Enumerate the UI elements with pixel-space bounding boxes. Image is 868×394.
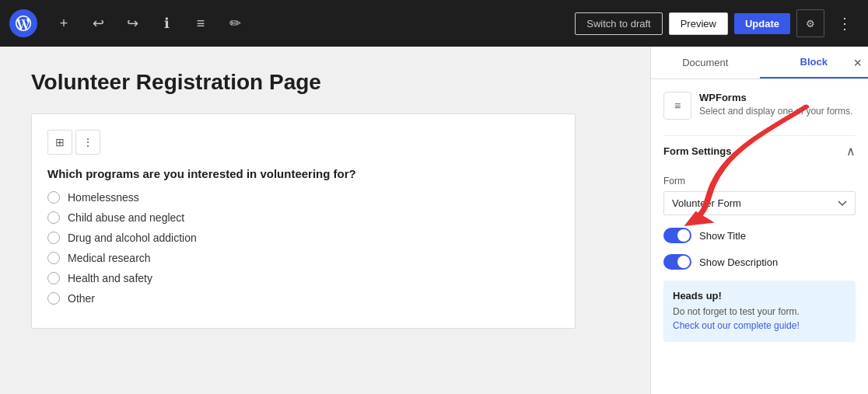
content-wrapper: Volunteer Registration Page ⊞ ⋮ Which pr…	[0, 47, 868, 394]
block-more-button[interactable]: ⋮	[75, 130, 100, 155]
show-description-label: Show Description	[699, 256, 778, 268]
settings-button[interactable]: ⚙	[796, 9, 824, 37]
form-settings-toggle[interactable]: ∧	[846, 144, 856, 159]
radio-circle	[47, 272, 60, 284]
block-name: WPForms	[699, 92, 852, 103]
form-field-label: Form	[663, 176, 856, 187]
radio-label: Homelessness	[68, 191, 139, 204]
show-title-label: Show Title	[699, 230, 746, 242]
toolbar: + ↩ ↪ ℹ ≡ ✏ Switch to draft Preview Upda…	[0, 0, 868, 47]
form-block-toolbar: ⊞ ⋮	[47, 130, 559, 155]
tools-button[interactable]: ✏	[221, 9, 249, 37]
page-title: Volunteer Registration Page	[31, 70, 619, 95]
sidebar-tabs: Document Block ×	[651, 47, 868, 79]
switch-draft-button[interactable]: Switch to draft	[575, 12, 662, 35]
radio-circle	[47, 292, 60, 305]
block-icon: ≡	[663, 92, 691, 120]
radio-circle	[47, 191, 60, 204]
radio-option: Medical research	[47, 252, 559, 264]
list-view-button[interactable]: ≡	[187, 9, 215, 37]
tab-document[interactable]: Document	[651, 47, 760, 78]
editor-area: Volunteer Registration Page ⊞ ⋮ Which pr…	[0, 47, 650, 394]
block-table-icon-button[interactable]: ⊞	[47, 130, 72, 155]
radio-circle	[47, 211, 60, 224]
radio-label: Drug and alcohol addiction	[68, 232, 197, 244]
info-button[interactable]: ℹ	[152, 9, 180, 37]
redo-button[interactable]: ↪	[118, 9, 146, 37]
undo-button[interactable]: ↩	[84, 9, 112, 37]
radio-circle	[47, 232, 60, 244]
block-description: Select and display one of your forms.	[699, 105, 852, 118]
tab-block[interactable]: Block	[760, 47, 869, 78]
radio-options-list: HomelessnessChild abuse and neglectDrug …	[47, 191, 559, 305]
radio-label: Medical research	[68, 252, 151, 264]
heads-up-box: Heads up! Do not forget to test your for…	[663, 281, 856, 342]
more-options-button[interactable]: ⋮	[831, 9, 859, 37]
preview-button[interactable]: Preview	[669, 12, 728, 35]
radio-option: Homelessness	[47, 191, 559, 204]
radio-option: Other	[47, 292, 559, 305]
show-title-toggle[interactable]	[663, 228, 691, 243]
wp-logo[interactable]	[9, 9, 37, 37]
block-info: ≡ WPForms Select and display one of your…	[663, 92, 856, 120]
update-button[interactable]: Update	[734, 13, 790, 34]
radio-label: Child abuse and neglect	[68, 211, 184, 224]
form-settings-section: Form Settings ∧	[663, 135, 856, 166]
form-block: ⊞ ⋮ Which programs are you interested in…	[31, 113, 576, 329]
radio-label: Health and safety	[68, 272, 152, 284]
show-description-row: Show Description	[663, 254, 856, 270]
add-block-button[interactable]: +	[50, 9, 78, 37]
radio-label: Other	[68, 292, 95, 305]
sidebar-close-button[interactable]: ×	[853, 54, 862, 71]
heads-up-text: Do not forget to test your form. Check o…	[673, 305, 846, 333]
toolbar-right: Switch to draft Preview Update ⚙ ⋮	[575, 9, 859, 37]
heads-up-title: Heads up!	[673, 290, 846, 302]
show-description-toggle[interactable]	[663, 254, 691, 270]
radio-option: Health and safety	[47, 272, 559, 284]
form-question: Which programs are you interested in vol…	[47, 167, 559, 180]
form-select[interactable]: Volunteer Form	[663, 191, 856, 215]
radio-option: Drug and alcohol addiction	[47, 232, 559, 244]
sidebar-content: ≡ WPForms Select and display one of your…	[651, 79, 868, 354]
radio-option: Child abuse and neglect	[47, 211, 559, 224]
sidebar: Document Block × ≡ WPForms Select and di…	[650, 47, 868, 394]
show-title-row: Show Title	[663, 228, 856, 243]
heads-up-link[interactable]: Check out our complete guide!	[673, 320, 800, 331]
radio-circle	[47, 252, 60, 264]
form-settings-label: Form Settings	[663, 145, 731, 157]
block-info-text: WPForms Select and display one of your f…	[699, 92, 852, 118]
